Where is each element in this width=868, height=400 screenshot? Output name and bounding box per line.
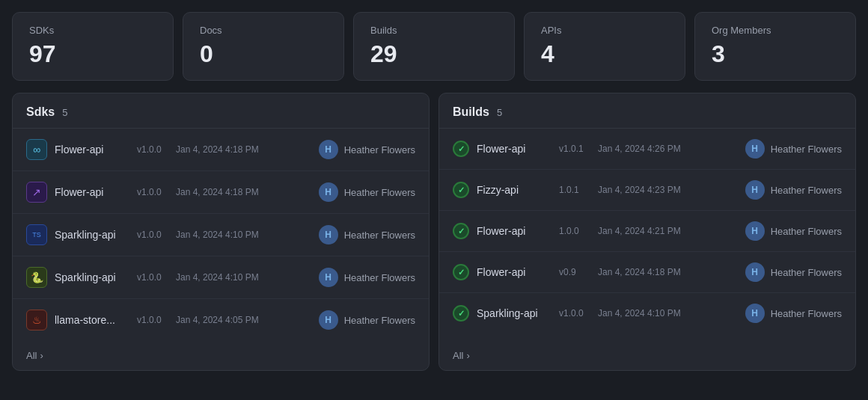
- builds-panel-footer: All ›: [439, 341, 855, 370]
- sdks-panel-count: 5: [62, 107, 67, 118]
- build-item-user: H Heather Flowers: [745, 262, 842, 282]
- builds-all-label: All: [453, 350, 463, 361]
- avatar: H: [319, 225, 338, 244]
- build-status-icon: [453, 182, 469, 198]
- stat-label-0: SDKs: [29, 25, 156, 36]
- sdk-item-user: H Heather Flowers: [319, 310, 415, 330]
- avatar: H: [319, 268, 338, 287]
- sdks-panel: Sdks 5 ∞ Flower-api v1.0.0 Jan 4, 2024 4…: [12, 93, 430, 371]
- sdks-list: ∞ Flower-api v1.0.0 Jan 4, 2024 4:18 PM …: [13, 129, 429, 341]
- panels-row: Sdks 5 ∞ Flower-api v1.0.0 Jan 4, 2024 4…: [12, 93, 856, 371]
- stat-value-4: 3: [712, 40, 839, 68]
- build-status-icon: [453, 305, 469, 321]
- build-item-version: v1.0.0: [559, 308, 590, 319]
- build-status-icon: [453, 223, 469, 239]
- build-item-version: 1.0.0: [559, 226, 590, 236]
- build-status-icon: [453, 264, 469, 280]
- build-list-item[interactable]: Flower-api v1.0.1 Jan 4, 2024 4:26 PM H …: [439, 129, 855, 170]
- builds-panel-title: Builds: [453, 105, 489, 119]
- sdk-item-version: v1.0.0: [137, 187, 168, 197]
- builds-list: Flower-api v1.0.1 Jan 4, 2024 4:26 PM H …: [439, 129, 855, 333]
- stat-card-apis[interactable]: APIs 4: [524, 12, 685, 81]
- user-name: Heather Flowers: [344, 272, 415, 283]
- avatar: H: [745, 180, 765, 200]
- stat-card-builds[interactable]: Builds 29: [353, 12, 515, 81]
- user-name: Heather Flowers: [771, 144, 842, 155]
- sdk-item-user: H Heather Flowers: [319, 140, 415, 159]
- sdk-item-user: H Heather Flowers: [319, 182, 415, 202]
- avatar: H: [745, 139, 765, 159]
- build-item-name: Flower-api: [477, 225, 551, 237]
- build-item-user: H Heather Flowers: [745, 139, 842, 159]
- avatar: H: [745, 262, 765, 282]
- sdks-panel-header: Sdks 5: [13, 105, 429, 129]
- user-name: Heather Flowers: [344, 187, 415, 198]
- sdk-icon-go: ∞: [26, 139, 47, 160]
- stat-card-sdks[interactable]: SDKs 97: [12, 12, 174, 81]
- user-name: Heather Flowers: [771, 185, 842, 196]
- sdk-item-date: Jan 4, 2024 4:10 PM: [176, 272, 311, 283]
- user-name: Heather Flowers: [771, 308, 842, 319]
- build-list-item[interactable]: Sparkling-api v1.0.0 Jan 4, 2024 4:10 PM…: [439, 293, 855, 333]
- sdk-item-name: Sparkling-api: [55, 271, 129, 283]
- avatar: H: [319, 310, 338, 330]
- stat-label-1: Docs: [200, 25, 327, 36]
- stat-label-4: Org Members: [712, 25, 839, 36]
- build-list-item[interactable]: Flower-api 1.0.0 Jan 4, 2024 4:21 PM H H…: [439, 211, 855, 252]
- sdk-item-date: Jan 4, 2024 4:05 PM: [176, 315, 311, 325]
- build-list-item[interactable]: Fizzy-api 1.0.1 Jan 4, 2024 4:23 PM H He…: [439, 170, 855, 211]
- sdk-list-item[interactable]: ♨ llama-store... v1.0.0 Jan 4, 2024 4:05…: [13, 299, 429, 341]
- build-item-user: H Heather Flowers: [745, 304, 842, 323]
- sdks-chevron-icon: ›: [40, 350, 43, 361]
- sdk-list-item[interactable]: 🐍 Sparkling-api v1.0.0 Jan 4, 2024 4:10 …: [13, 256, 429, 299]
- avatar: H: [319, 140, 338, 159]
- sdks-all-label: All: [26, 350, 37, 361]
- avatar: H: [745, 304, 765, 323]
- build-item-name: Fizzy-api: [477, 184, 551, 196]
- stat-value-2: 29: [370, 40, 498, 68]
- stats-row: SDKs 97 Docs 0 Builds 29 APIs 4 Org Memb…: [12, 12, 856, 81]
- stat-value-1: 0: [200, 40, 327, 68]
- builds-all-link[interactable]: All ›: [453, 350, 470, 361]
- sdk-list-item[interactable]: ∞ Flower-api v1.0.0 Jan 4, 2024 4:18 PM …: [13, 129, 429, 171]
- stat-card-docs[interactable]: Docs 0: [183, 12, 344, 81]
- avatar: H: [745, 221, 765, 241]
- sdk-icon-py: 🐍: [26, 267, 47, 288]
- user-name: Heather Flowers: [771, 226, 842, 237]
- build-item-date: Jan 4, 2024 4:10 PM: [598, 308, 738, 319]
- sdks-panel-footer: All ›: [13, 341, 429, 370]
- sdk-item-date: Jan 4, 2024 4:18 PM: [176, 187, 311, 197]
- sdk-icon-ts: TS: [26, 224, 47, 245]
- stat-value-0: 97: [29, 40, 156, 68]
- sdk-item-date: Jan 4, 2024 4:10 PM: [176, 230, 311, 240]
- stat-label-2: Builds: [370, 25, 498, 36]
- builds-panel-count: 5: [497, 107, 502, 118]
- stat-value-3: 4: [541, 40, 668, 68]
- user-name: Heather Flowers: [771, 267, 842, 278]
- build-item-date: Jan 4, 2024 4:18 PM: [598, 267, 738, 277]
- sdk-icon-java: ♨: [26, 310, 47, 330]
- sdk-item-version: v1.0.0: [137, 272, 168, 283]
- build-item-user: H Heather Flowers: [745, 221, 842, 241]
- builds-panel: Builds 5 Flower-api v1.0.1 Jan 4, 2024 4…: [438, 93, 856, 371]
- build-item-date: Jan 4, 2024 4:23 PM: [598, 185, 738, 195]
- user-name: Heather Flowers: [344, 315, 415, 326]
- sdks-panel-title: Sdks: [26, 105, 55, 119]
- stat-card-org-members[interactable]: Org Members 3: [694, 12, 856, 81]
- sdk-list-item[interactable]: TS Sparkling-api v1.0.0 Jan 4, 2024 4:10…: [13, 214, 429, 256]
- avatar: H: [319, 182, 338, 202]
- build-item-name: Flower-api: [477, 143, 551, 155]
- sdks-all-link[interactable]: All ›: [26, 350, 43, 361]
- build-status-icon: [453, 141, 469, 157]
- build-item-date: Jan 4, 2024 4:21 PM: [598, 226, 738, 236]
- build-item-name: Sparkling-api: [477, 307, 551, 319]
- sdk-item-user: H Heather Flowers: [319, 268, 415, 287]
- build-item-name: Flower-api: [477, 266, 551, 278]
- sdk-item-name: Flower-api: [55, 144, 129, 156]
- build-item-user: H Heather Flowers: [745, 180, 842, 200]
- sdk-item-version: v1.0.0: [137, 230, 168, 240]
- sdk-item-version: v1.0.0: [137, 144, 168, 155]
- sdk-list-item[interactable]: ↗ Flower-api v1.0.0 Jan 4, 2024 4:18 PM …: [13, 171, 429, 214]
- build-list-item[interactable]: Flower-api v0.9 Jan 4, 2024 4:18 PM H He…: [439, 252, 855, 293]
- sdk-icon-arrow: ↗: [26, 182, 47, 203]
